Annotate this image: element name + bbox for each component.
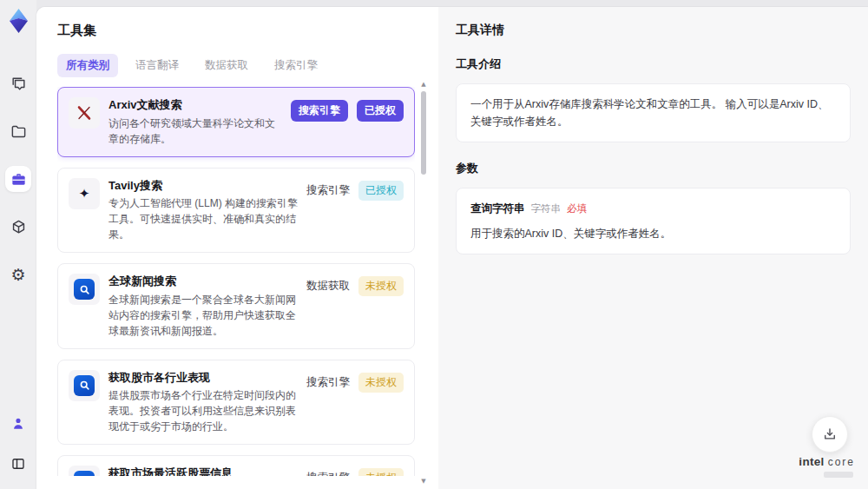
cube-icon[interactable] [5, 214, 31, 240]
tool-name: 获取市场最活跃股票信息 [108, 466, 298, 476]
toolbox-icon[interactable] [5, 166, 31, 192]
detail-title: 工具详情 [456, 23, 851, 38]
blue-search-app-icon [69, 370, 100, 401]
tool-category: 搜索引擎 [306, 375, 350, 390]
tool-name: Arxiv文献搜索 [108, 97, 282, 112]
blue-search-app-icon [69, 466, 100, 476]
tab-language-translation[interactable]: 语言翻译 [127, 54, 187, 77]
param-description: 用于搜索的Arxiv ID、关键字或作者姓名。 [470, 225, 836, 242]
gear-glyph: ⚙ [10, 267, 25, 283]
tool-category: 数据获取 [306, 279, 350, 294]
param-name: 查询字符串 [470, 200, 525, 217]
param-required-flag: 必填 [567, 201, 587, 216]
blue-tile [74, 279, 95, 300]
tool-status-badge: 未授权 [358, 468, 404, 476]
tool-description: 全球新闻搜索是一个聚合全球各大新闻网站内容的搜索引擎，帮助用户快速获取全球最新资… [108, 292, 298, 339]
params-heading: 参数 [456, 161, 851, 176]
param-box: 查询字符串 字符串 必填 用于搜索的Arxiv ID、关键字或作者姓名。 [456, 188, 851, 254]
tool-card-most-active-stocks[interactable]: 获取市场最活跃股票信息 提供当天交易量最高的股票列表。投资者可以利用这些信息来识… [57, 455, 415, 476]
intel-core-logo: intel core [799, 453, 855, 478]
settings-gear-icon[interactable]: ⚙ [5, 261, 31, 287]
intro-text: 一个用于从Arxiv存储库搜索科学论文和文章的工具。 输入可以是Arxiv ID… [470, 98, 829, 128]
tool-meta: 搜索引擎 未授权 [306, 466, 404, 476]
tool-list-pane: 工具集 所有类别 语言翻译 数据获取 搜索引擎 A [36, 7, 438, 489]
tool-text: Tavily搜索 专为人工智能代理 (LLM) 构建的搜索引擎工具。可快速提供实… [108, 178, 298, 243]
tool-status-badge: 已授权 [357, 100, 404, 122]
tab-search-engine[interactable]: 搜索引擎 [266, 54, 326, 77]
tool-text: 获取市场最活跃股票信息 提供当天交易量最高的股票列表。投资者可以利用这些信息来识… [108, 466, 298, 476]
tool-category: 搜索引擎 [306, 471, 350, 476]
tool-name: 全球新闻搜索 [108, 274, 298, 288]
tool-text: 获取股市各行业表现 提供股票市场各个行业在特定时间段内的表现。投资者可以利用这些… [108, 370, 298, 435]
blue-tile [74, 375, 95, 396]
tool-detail-pane: 工具详情 工具介绍 一个用于从Arxiv存储库搜索科学论文和文章的工具。 输入可… [438, 7, 868, 489]
app-logo-icon[interactable] [7, 8, 30, 34]
collapse-panel-icon[interactable] [5, 451, 31, 477]
core-wordmark: core [828, 456, 855, 468]
tool-status-badge: 未授权 [358, 373, 404, 393]
tool-description: 提供股票市场各个行业在特定时间段内的表现。投资者可以利用这些信息来识别表现优于或… [108, 387, 298, 434]
tool-meta: 搜索引擎 未授权 [306, 370, 404, 393]
tool-status-badge: 未授权 [358, 276, 404, 296]
rail-bottom [5, 411, 31, 477]
blue-tile [74, 471, 95, 476]
tavily-glyph: ✦ [79, 186, 90, 202]
tool-text: 全球新闻搜索 全球新闻搜索是一个聚合全球各大新闻网站内容的搜索引擎，帮助用户快速… [108, 274, 298, 339]
tab-data-fetch[interactable]: 数据获取 [196, 54, 257, 77]
account-avatar-icon[interactable] [5, 411, 31, 437]
tool-category: 搜索引擎 [306, 183, 350, 198]
category-tabs: 所有类别 语言翻译 数据获取 搜索引擎 [57, 54, 415, 77]
tool-description: 专为人工智能代理 (LLM) 构建的搜索引擎工具。可快速提供实时、准确和真实的结… [108, 195, 298, 242]
tool-card-tavily[interactable]: ✦ Tavily搜索 专为人工智能代理 (LLM) 构建的搜索引擎工具。可快速提… [57, 168, 415, 254]
rail-nav: ⚙ [5, 70, 31, 287]
param-head: 查询字符串 字符串 必填 [470, 200, 836, 217]
page-title: 工具集 [57, 23, 415, 39]
tool-category-badge: 搜索引擎 [291, 100, 348, 122]
folder-icon[interactable] [5, 118, 31, 144]
content-shell: 工具集 所有类别 语言翻译 数据获取 搜索引擎 A [36, 7, 868, 489]
app-window: ⚙ 工具集 所有类别 语 [0, 0, 868, 489]
tool-card-global-news[interactable]: 全球新闻搜索 全球新闻搜索是一个聚合全球各大新闻网站内容的搜索引擎，帮助用户快速… [57, 263, 415, 349]
tab-all-categories[interactable]: 所有类别 [57, 54, 118, 77]
blue-search-app-icon [69, 274, 100, 305]
intro-box: 一个用于从Arxiv存储库搜索科学论文和文章的工具。 输入可以是Arxiv ID… [456, 83, 851, 142]
tool-meta: 搜索引擎 已授权 [291, 97, 404, 122]
tool-meta: 搜索引擎 已授权 [306, 178, 404, 201]
tool-name: 获取股市各行业表现 [108, 370, 298, 385]
param-type: 字符串 [531, 201, 562, 216]
chat-icon[interactable] [5, 70, 31, 96]
tool-list: Arxiv文献搜索 访问各个研究领域大量科学论文和文章的存储库。 搜索引擎 已授… [57, 87, 415, 476]
tool-meta: 数据获取 未授权 [306, 274, 404, 296]
download-button[interactable] [812, 416, 848, 453]
arxiv-x-icon [69, 97, 100, 129]
intel-wordmark: intel [799, 455, 824, 468]
tool-status-badge: 已授权 [358, 181, 404, 201]
tavily-star-icon: ✦ [69, 178, 100, 209]
tool-name: Tavily搜索 [108, 178, 298, 193]
brand-subtext-bar [824, 472, 853, 478]
tool-card-sector-performance[interactable]: 获取股市各行业表现 提供股票市场各个行业在特定时间段内的表现。投资者可以利用这些… [57, 360, 415, 446]
scrollbar-thumb[interactable] [421, 91, 426, 175]
tool-description: 访问各个研究领域大量科学论文和文章的存储库。 [108, 116, 282, 147]
left-rail: ⚙ [0, 0, 36, 489]
tool-text: Arxiv文献搜索 访问各个研究领域大量科学论文和文章的存储库。 [108, 97, 282, 147]
scroll-down-arrow[interactable]: ▼ [421, 477, 425, 486]
intro-heading: 工具介绍 [456, 56, 851, 72]
list-scrollbar[interactable]: ▲ ▼ [419, 80, 428, 486]
tool-card-arxiv[interactable]: Arxiv文献搜索 访问各个研究领域大量科学论文和文章的存储库。 搜索引擎 已授… [57, 87, 415, 157]
scroll-up-arrow[interactable]: ▲ [421, 80, 425, 89]
